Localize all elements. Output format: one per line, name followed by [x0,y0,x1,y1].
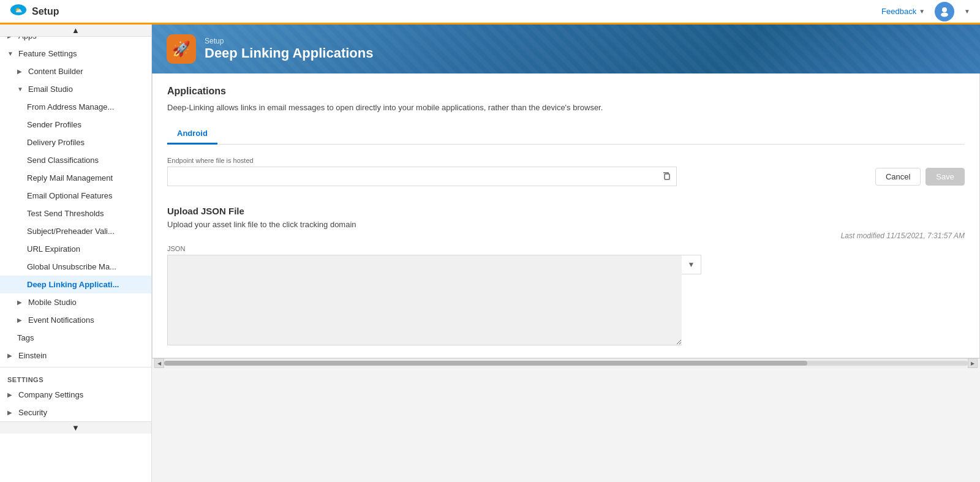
sidebar-item-event-notifications[interactable]: ▶ Event Notifications [0,311,151,329]
sidebar-item-label: Sender Profiles [27,120,144,129]
sidebar-item-subject-preheader[interactable]: Subject/Preheader Vali... [0,222,151,240]
scrollbar-thumb[interactable] [164,361,807,366]
sidebar-item-global-unsubscribe[interactable]: Global Unsubscribe Ma... [0,258,151,276]
salesforce-logo-icon: ⛅ [10,4,27,20]
scroll-left-btn[interactable]: ◀ [154,358,164,368]
sidebar-divider [0,367,151,367]
sidebar-scroll-up[interactable]: ▲ [0,24,151,37]
json-textarea[interactable] [167,255,682,345]
sidebar-item-label: Reply Mail Management [27,173,144,183]
sidebar-item-label: Deep Linking Applicati... [27,280,144,289]
horizontal-scrollbar[interactable]: ◀ ▶ [152,358,980,368]
endpoint-label: Endpoint where file is hosted [167,157,865,164]
main-layout: ▲ ▶ Apps ▼ Feature Settings ▶ Content Bu… [0,24,980,482]
svg-text:⛅: ⛅ [15,6,23,14]
sidebar-inner: ▶ Apps ▼ Feature Settings ▶ Content Buil… [0,24,151,421]
sidebar-item-label: Mobile Studio [28,298,144,307]
content-card: Applications Deep-Linking allows links i… [152,73,980,358]
topnav: ⛅ Setup Feedback ▼ ▼ [0,0,980,24]
svg-point-2 [942,7,947,12]
sidebar-item-test-send[interactable]: Test Send Thresholds [0,205,151,222]
sidebar-item-send-classifications[interactable]: Send Classifications [0,151,151,169]
applications-section-desc: Deep-Linking allows links in email messa… [167,102,965,114]
svg-rect-4 [665,174,669,179]
sidebar-item-einstein[interactable]: ▶ Einstein [0,347,151,364]
sidebar-item-content-builder[interactable]: ▶ Content Builder [0,62,151,80]
user-avatar[interactable] [935,2,954,21]
sidebar-item-label: Subject/Preheader Vali... [27,227,144,236]
json-dropdown-btn[interactable]: ▼ [682,255,701,274]
sidebar-item-label: Content Builder [28,67,144,76]
sidebar-item-label: Email Optional Features [27,191,144,200]
content-card-inner: Applications Deep-Linking allows links i… [153,73,979,358]
action-row: Cancel Save [875,168,965,186]
sidebar-item-label: Test Send Thresholds [27,209,144,218]
feedback-label: Feedback [881,7,916,16]
endpoint-input[interactable] [167,167,657,186]
setup-label: Setup [205,37,373,45]
tabs: Android [167,124,965,145]
upload-desc: Upload your asset link file to the click… [167,220,965,229]
sidebar-item-label: Delivery Profiles [27,138,144,147]
sidebar-item-email-studio[interactable]: ▼ Email Studio [0,80,151,98]
sidebar-item-label: Email Studio [28,85,144,94]
sidebar-item-label: Company Settings [18,390,144,399]
sidebar-item-company-settings[interactable]: ▶ Company Settings [0,386,151,404]
expand-icon: ▶ [7,352,15,359]
applications-section-title: Applications [167,86,965,97]
sidebar-item-security[interactable]: ▶ Security [0,404,151,421]
sidebar-item-label: Einstein [18,351,144,360]
sidebar-item-mobile-studio[interactable]: ▶ Mobile Studio [0,293,151,311]
expand-icon: ▶ [7,409,15,416]
tab-android[interactable]: Android [167,124,217,145]
page-header: 🚀 Setup Deep Linking Applications [152,24,980,73]
page-header-icon: 🚀 [167,34,196,64]
expand-icon: ▶ [17,68,24,75]
sidebar-item-label: Security [18,408,144,417]
sidebar-item-tags[interactable]: Tags [0,329,151,347]
sidebar-item-label: From Address Manage... [27,102,144,111]
sidebar-item-label: Feature Settings [18,49,144,58]
expand-icon: ▶ [17,299,24,306]
settings-section-label: Settings [0,370,151,386]
sidebar-item-sender-profiles[interactable]: Sender Profiles [0,116,151,134]
sidebar-item-feature-settings[interactable]: ▼ Feature Settings [0,45,151,62]
sidebar-item-delivery-profiles[interactable]: Delivery Profiles [0,134,151,151]
sidebar-scroll-down[interactable]: ▼ [0,421,151,434]
sidebar-item-label: URL Expiration [27,244,144,254]
content-area: 🚀 Setup Deep Linking Applications Applic… [152,24,980,482]
dropdown-icon: ▼ [688,260,695,269]
tab-android-label: Android [177,129,208,138]
svg-point-3 [941,12,948,17]
feedback-button[interactable]: Feedback ▼ [881,7,925,16]
page-content: Applications Deep-Linking allows links i… [152,73,980,482]
rocket-icon: 🚀 [172,40,190,58]
upload-section: Upload JSON File Upload your asset link … [167,206,965,345]
user-dropdown-icon: ▼ [964,8,970,15]
endpoint-input-wrapper [167,167,865,186]
sidebar-item-email-optional[interactable]: Email Optional Features [0,187,151,205]
sidebar-item-reply-mail[interactable]: Reply Mail Management [0,169,151,187]
sidebar-item-label: Global Unsubscribe Ma... [27,262,144,271]
sidebar-item-from-address[interactable]: From Address Manage... [0,98,151,116]
upload-title: Upload JSON File [167,206,965,216]
page-title: Deep Linking Applications [205,45,373,61]
sidebar: ▲ ▶ Apps ▼ Feature Settings ▶ Content Bu… [0,24,152,482]
sidebar-item-deep-linking[interactable]: Deep Linking Applicati... [0,276,151,293]
sidebar-item-url-expiration[interactable]: URL Expiration [0,240,151,258]
save-button[interactable]: Save [925,168,965,186]
topnav-right: Feedback ▼ ▼ [881,2,970,21]
copy-icon-btn[interactable] [657,167,677,186]
scroll-right-btn[interactable]: ▶ [968,358,978,368]
page-header-text: Setup Deep Linking Applications [205,37,373,61]
topnav-left: ⛅ Setup [10,4,59,20]
scrollbar-track[interactable] [164,361,968,366]
cancel-button[interactable]: Cancel [875,168,921,186]
sidebar-item-label: Event Notifications [28,315,144,325]
expand-icon: ▶ [7,391,15,398]
json-label: JSON [167,245,965,252]
json-container: ▼ [167,255,965,345]
sidebar-item-label: Send Classifications [27,156,144,165]
last-modified: Last modified 11/15/2021, 7:31:57 AM [167,232,965,240]
expand-icon: ▼ [7,50,15,57]
